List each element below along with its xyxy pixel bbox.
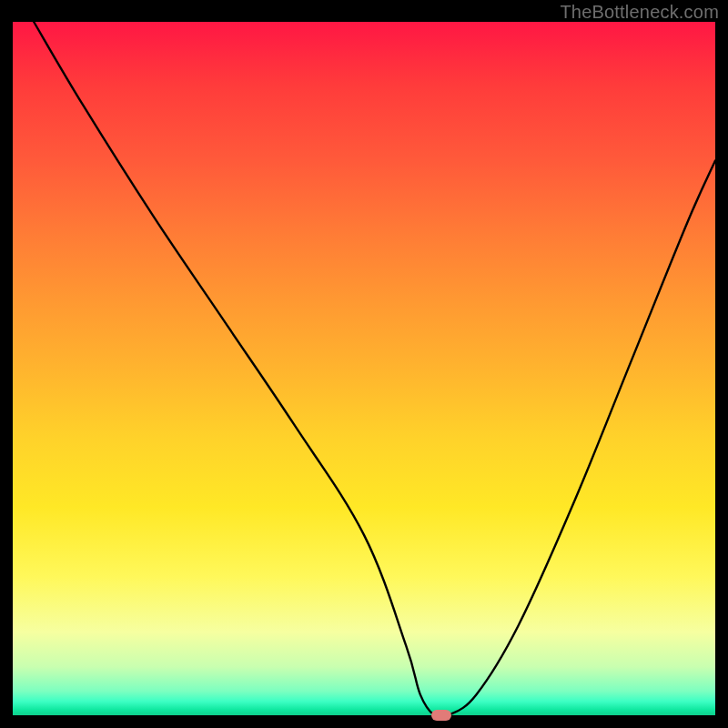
plot-area xyxy=(13,22,715,715)
watermark-text: TheBottleneck.com xyxy=(560,2,719,23)
chart-frame: TheBottleneck.com xyxy=(0,0,728,728)
optimum-marker xyxy=(431,710,451,721)
bottleneck-curve xyxy=(13,22,715,715)
curve-path xyxy=(34,22,715,718)
